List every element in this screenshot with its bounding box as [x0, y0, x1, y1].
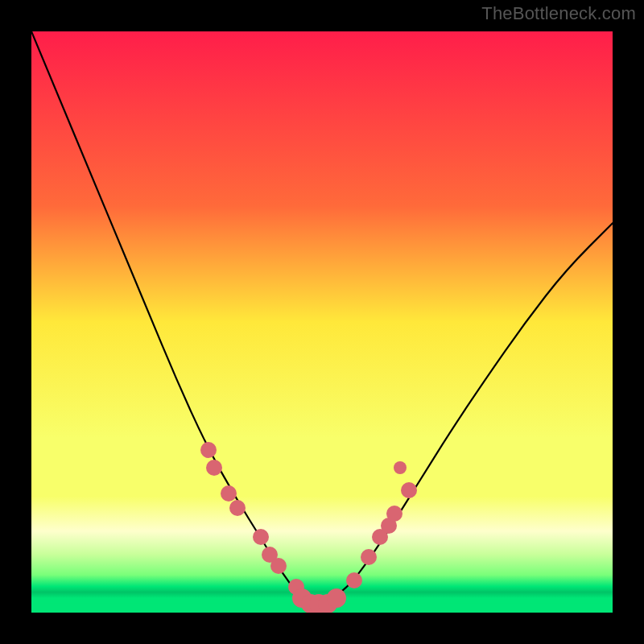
plot-area	[31, 31, 613, 613]
data-point	[361, 549, 377, 565]
watermark-text: TheBottleneck.com	[481, 3, 636, 24]
data-point	[206, 460, 222, 476]
data-point	[401, 482, 417, 498]
data-point	[327, 588, 346, 608]
data-point	[221, 485, 237, 502]
data-point	[270, 558, 287, 574]
data-point	[394, 461, 407, 474]
data-point	[253, 529, 269, 545]
outer-frame: TheBottleneck.com	[0, 0, 644, 644]
data-point	[346, 572, 362, 588]
data-point	[229, 500, 246, 516]
data-point	[386, 506, 402, 522]
data-point	[200, 442, 217, 458]
chart-svg	[31, 31, 613, 613]
